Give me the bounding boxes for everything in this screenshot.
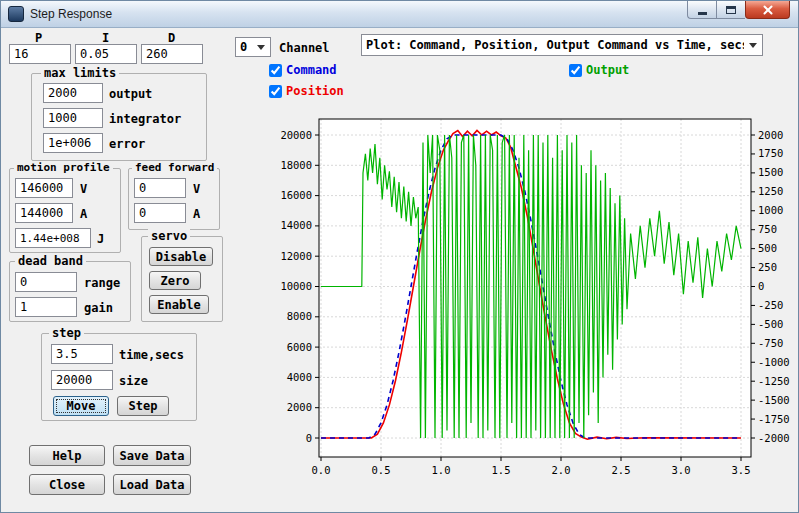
step-time-label: time,secs: [119, 348, 184, 362]
motion-profile-title: motion profile: [14, 161, 113, 174]
velocity-label: V: [80, 182, 87, 196]
app-icon: [8, 6, 24, 22]
plot-select-value: Plot: Command, Position, Output Command …: [362, 38, 744, 52]
servo-title: servo: [148, 229, 190, 243]
svg-text:16000: 16000: [281, 189, 312, 201]
svg-text:-1500: -1500: [758, 394, 790, 406]
svg-text:2000: 2000: [287, 401, 312, 413]
titlebar[interactable]: Step Response: [1, 1, 798, 28]
svg-text:14000: 14000: [281, 219, 312, 231]
svg-text:750: 750: [758, 223, 777, 235]
svg-text:10000: 10000: [281, 280, 312, 292]
feed-forward-title: feed forward: [132, 161, 217, 174]
acceleration-label: A: [80, 207, 87, 221]
svg-text:3.0: 3.0: [672, 464, 691, 476]
zero-button[interactable]: Zero: [149, 271, 201, 290]
command-checkbox-label: Command: [286, 63, 337, 77]
chart: 0.00.51.01.52.02.53.03.50200040006000800…: [281, 111, 796, 479]
integrator-limit-input[interactable]: [43, 108, 103, 128]
svg-text:250: 250: [758, 261, 777, 273]
enable-button[interactable]: Enable: [149, 295, 209, 314]
chevron-down-icon: [257, 45, 265, 50]
deadband-gain-label: gain: [84, 301, 113, 315]
svg-text:0.0: 0.0: [312, 464, 331, 476]
svg-text:0.5: 0.5: [372, 464, 391, 476]
output-limit-input[interactable]: [43, 83, 103, 103]
step-title: step: [49, 326, 84, 340]
step-size-input[interactable]: [51, 370, 113, 390]
window-controls: [687, 1, 790, 19]
svg-text:1750: 1750: [758, 147, 783, 159]
window-title: Step Response: [30, 7, 112, 21]
minimize-button[interactable]: [687, 1, 716, 19]
velocity-input[interactable]: [15, 178, 73, 198]
output-checkbox-label: Output: [586, 63, 629, 77]
d-input[interactable]: [141, 44, 203, 64]
deadband-range-input[interactable]: [15, 272, 77, 292]
position-checkbox[interactable]: Position: [269, 84, 344, 98]
svg-text:-1750: -1750: [758, 413, 790, 425]
ff-acceleration-input[interactable]: [134, 203, 186, 223]
svg-text:2.0: 2.0: [552, 464, 571, 476]
svg-text:3.5: 3.5: [732, 464, 751, 476]
p-input[interactable]: [9, 44, 71, 64]
command-checkbox-input[interactable]: [269, 64, 282, 77]
move-button[interactable]: Move: [53, 396, 109, 416]
acceleration-input[interactable]: [15, 203, 73, 223]
svg-text:-250: -250: [758, 299, 783, 311]
svg-text:1250: 1250: [758, 185, 783, 197]
step-time-input[interactable]: [51, 344, 113, 364]
svg-text:6000: 6000: [287, 341, 312, 353]
jerk-input[interactable]: [15, 228, 91, 248]
maximize-button[interactable]: [716, 1, 745, 19]
ff-acceleration-label: A: [193, 207, 200, 221]
svg-text:-1250: -1250: [758, 375, 790, 387]
plot-select[interactable]: Plot: Command, Position, Output Command …: [361, 34, 763, 56]
svg-text:1500: 1500: [758, 166, 783, 178]
svg-text:-750: -750: [758, 337, 783, 349]
ff-velocity-input[interactable]: [134, 178, 186, 198]
deadband-gain-input[interactable]: [15, 297, 77, 317]
step-response-window: Step Response P I D max limits output in…: [0, 0, 799, 513]
output-checkbox[interactable]: Output: [569, 63, 629, 77]
disable-button[interactable]: Disable: [149, 247, 213, 266]
position-checkbox-input[interactable]: [269, 85, 282, 98]
svg-text:1000: 1000: [758, 204, 783, 216]
close-window-button[interactable]: [745, 1, 790, 19]
help-button[interactable]: Help: [29, 445, 105, 466]
svg-text:0: 0: [758, 280, 764, 292]
svg-text:18000: 18000: [281, 159, 312, 171]
svg-text:500: 500: [758, 242, 777, 254]
svg-text:8000: 8000: [287, 310, 312, 322]
command-checkbox[interactable]: Command: [269, 63, 337, 77]
i-label: I: [102, 31, 109, 45]
svg-text:1.0: 1.0: [432, 464, 451, 476]
deadband-range-label: range: [84, 276, 120, 290]
maximize-icon: [726, 6, 736, 14]
step-button[interactable]: Step: [117, 396, 169, 416]
channel-select[interactable]: 0: [235, 37, 271, 57]
close-icon: [762, 4, 774, 16]
svg-text:-500: -500: [758, 318, 783, 330]
chevron-down-icon: [749, 43, 757, 48]
svg-text:2.5: 2.5: [612, 464, 631, 476]
output-checkbox-input[interactable]: [569, 64, 582, 77]
position-checkbox-label: Position: [286, 84, 344, 98]
svg-text:0: 0: [306, 432, 312, 444]
p-label: P: [35, 31, 42, 45]
save-data-button[interactable]: Save Data: [113, 445, 191, 466]
svg-text:-2000: -2000: [758, 432, 790, 444]
svg-text:12000: 12000: [281, 250, 312, 262]
error-limit-input[interactable]: [43, 133, 103, 153]
i-input[interactable]: [75, 44, 137, 64]
svg-text:20000: 20000: [281, 129, 312, 141]
load-data-button[interactable]: Load Data: [113, 474, 191, 495]
svg-text:-1000: -1000: [758, 356, 790, 368]
close-button[interactable]: Close: [29, 474, 105, 495]
svg-text:1.5: 1.5: [492, 464, 511, 476]
channel-label: Channel: [279, 41, 330, 55]
max-limits-title: max limits: [41, 66, 119, 80]
channel-value: 0: [236, 40, 252, 54]
minimize-icon: [698, 12, 707, 15]
jerk-label: J: [97, 232, 104, 246]
